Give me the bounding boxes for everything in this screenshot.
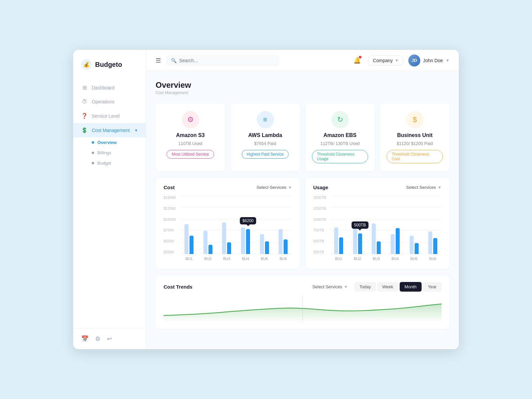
logo-area: 💰 Budgeto <box>73 50 146 78</box>
app-window: 💰 Budgeto ⊞ Dashboard ⏱ Operations ❓ Ser… <box>73 50 459 349</box>
card-amazon-s3: ⚙ Amazon S3 110TB Used Most Utilized Ser… <box>156 103 225 171</box>
week-button[interactable]: Week <box>377 282 398 292</box>
card-subtitle: 112TB/ 130TB Used <box>321 141 360 146</box>
usage-chart-card: Usage Select Services ▼ <box>305 178 450 269</box>
cost-bar-bu1: BU1 <box>180 224 198 262</box>
usage-y-axis: 250TB 500TB 750TB 1000TB 1250TB 1500TB <box>313 196 326 254</box>
sidebar-item-label: Dashboard <box>92 85 115 90</box>
trends-chart-area <box>164 296 442 322</box>
chevron-down-icon: ▼ <box>288 185 292 190</box>
card-aws-lambda: ≡ AWS Lambda $7654 Paid Highest Paid Ser… <box>230 103 300 171</box>
dashboard-icon: ⊞ <box>81 84 88 91</box>
usage-chart-title: Usage <box>313 185 328 190</box>
search-icon: 🔍 <box>171 58 177 63</box>
card-amazon-ebs: ↻ Amazon EBS 112TB/ 130TB Used Threshold… <box>305 103 375 171</box>
sidebar-item-label: Cost Management <box>92 128 130 133</box>
trends-header: Cost Trends Select Services ▼ Today Week… <box>164 282 442 292</box>
cost-management-icon: 💲 <box>81 127 88 133</box>
cost-bar-bu4: $6200 BU4 <box>237 227 254 262</box>
today-button[interactable]: Today <box>354 282 376 292</box>
month-button[interactable]: Month <box>400 282 422 292</box>
notification-dot <box>359 56 361 59</box>
card-subtitle: $7654 Paid <box>254 141 276 146</box>
card-title: Amazon S3 <box>176 132 204 138</box>
threshold-usage-badge[interactable]: Threshold Closeness Usage <box>312 150 368 163</box>
content-area: Overview Cost Management ⚙ Amazon S3 110… <box>146 71 459 349</box>
cost-bar-bu2: BU2 <box>199 231 217 262</box>
card-subtitle: $1120/ $1200 Paid <box>397 141 433 146</box>
user-name: John Doe <box>423 58 443 63</box>
summary-cards: ⚙ Amazon S3 110TB Used Most Utilized Ser… <box>156 103 450 171</box>
company-selector[interactable]: Company ▼ <box>368 56 403 66</box>
usage-bar-bu3: BU3 <box>367 223 385 262</box>
charts-row: Cost Select Services ▼ <box>156 178 450 269</box>
sidebar-item-operations[interactable]: ⏱ Operations <box>73 95 146 109</box>
business-unit-icon: $ <box>406 111 424 128</box>
dot-icon <box>92 162 94 164</box>
usage-bar-bu6: BU6 <box>424 231 442 262</box>
header-right: 🔔 Company ▼ JD John Doe ▼ <box>351 55 450 66</box>
sidebar: 💰 Budgeto ⊞ Dashboard ⏱ Operations ❓ Ser… <box>73 50 146 349</box>
dot-icon <box>92 141 94 144</box>
header: ☰ 🔍 🔔 Company ▼ JD John Doe <box>146 50 459 71</box>
trends-line-chart <box>164 296 442 322</box>
cost-select-services[interactable]: Select Services ▼ <box>257 185 292 190</box>
search-box: 🔍 <box>166 55 279 66</box>
calendar-icon[interactable]: 📅 <box>81 335 88 342</box>
logo-text: Budgeto <box>95 61 122 68</box>
usage-bar-bu4: BU4 <box>386 228 404 262</box>
operations-icon: ⏱ <box>81 99 88 105</box>
cost-chart-card: Cost Select Services ▼ <box>156 178 300 269</box>
sidebar-item-cost-management[interactable]: 💲 Cost Management ▼ <box>73 123 146 137</box>
card-subtitle: 110TB Used <box>178 141 202 146</box>
usage-chart-header: Usage Select Services ▼ <box>313 185 442 190</box>
breadcrumb: Cost Management <box>156 90 450 95</box>
sidebar-item-label: Operations <box>92 99 114 104</box>
card-title: AWS Lambda <box>248 132 282 138</box>
card-title: Business Unit <box>397 132 433 138</box>
year-button[interactable]: Year <box>423 282 442 292</box>
sidebar-item-service-level[interactable]: ❓ Service Level <box>73 109 146 123</box>
threshold-cost-badge[interactable]: Threshold Closeness Cost <box>387 150 443 163</box>
sidebar-nav: ⊞ Dashboard ⏱ Operations ❓ Service Level… <box>73 78 146 328</box>
card-title: Amazon EBS <box>324 132 357 138</box>
aws-lambda-icon: ≡ <box>257 111 274 128</box>
user-selector[interactable]: JD John Doe ▼ <box>408 55 450 66</box>
sidebar-item-label: Service Level <box>92 113 120 119</box>
subnav-billings[interactable]: Billings <box>92 148 146 158</box>
chevron-down-icon: ▼ <box>446 58 450 63</box>
cost-management-subnav: Overview Billings Budget <box>73 137 146 168</box>
notification-button[interactable]: 🔔 <box>351 55 363 66</box>
chevron-down-icon: ▼ <box>438 185 442 190</box>
cost-bar-bu3: BU3 <box>218 222 235 262</box>
search-input[interactable] <box>179 58 275 63</box>
chevron-down-icon: ▼ <box>344 285 348 289</box>
usage-select-services[interactable]: Select Services ▼ <box>406 185 442 190</box>
usage-bar-bu1: BU1 <box>330 227 347 262</box>
cost-chart-header: Cost Select Services ▼ <box>164 185 292 190</box>
cost-tooltip: $6200 <box>240 217 256 224</box>
logout-icon[interactable]: ↩ <box>107 335 112 342</box>
most-utilized-badge[interactable]: Most Utilized Service <box>167 150 214 159</box>
time-buttons: Today Week Month Year <box>354 282 442 292</box>
subnav-budget[interactable]: Budget <box>92 158 146 168</box>
amazon-s3-icon: ⚙ <box>182 111 199 128</box>
highest-paid-badge[interactable]: Highest Paid Service <box>242 150 289 159</box>
avatar: JD <box>408 55 420 66</box>
cost-trends-card: Cost Trends Select Services ▼ Today Week… <box>156 275 450 329</box>
settings-icon[interactable]: ⚙ <box>95 335 100 342</box>
main-content: ☰ 🔍 🔔 Company ▼ JD John Doe <box>146 50 459 349</box>
menu-icon[interactable]: ☰ <box>156 57 161 64</box>
card-business-unit: $ Business Unit $1120/ $1200 Paid Thresh… <box>380 103 450 171</box>
trends-select-services[interactable]: Select Services ▼ <box>312 284 347 289</box>
subnav-overview[interactable]: Overview <box>92 137 146 148</box>
cost-bar-bu5: BU5 <box>256 234 273 262</box>
usage-bar-bu2: 500TB BU2 <box>349 226 366 262</box>
company-label: Company <box>373 58 393 63</box>
sidebar-item-dashboard[interactable]: ⊞ Dashboard <box>73 80 146 95</box>
cost-chart-title: Cost <box>164 185 175 190</box>
logo-icon: 💰 <box>81 59 92 70</box>
amazon-ebs-icon: ↻ <box>332 111 349 128</box>
sidebar-bottom: 📅 ⚙ ↩ <box>73 328 146 349</box>
usage-bar-bu5: BU5 <box>405 236 423 262</box>
